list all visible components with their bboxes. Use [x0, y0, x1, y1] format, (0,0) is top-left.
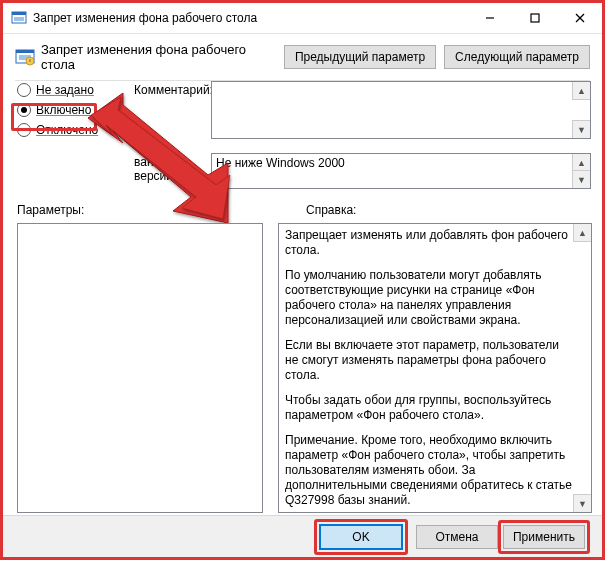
- previous-setting-button[interactable]: Предыдущий параметр: [284, 45, 436, 69]
- scroll-up-icon[interactable]: ▲: [573, 224, 591, 242]
- svg-rect-4: [531, 14, 539, 22]
- help-panel: Запрещает изменять или добавлять фон раб…: [278, 223, 592, 513]
- scroll-down-icon[interactable]: ▼: [572, 170, 590, 188]
- radio-disabled[interactable]: Отключено: [17, 123, 117, 137]
- cancel-button[interactable]: Отмена: [416, 525, 498, 549]
- scroll-up-icon[interactable]: ▲: [572, 82, 590, 100]
- window-controls: [467, 3, 602, 33]
- radio-label: Не задано: [36, 83, 94, 97]
- window-title: Запрет изменения фона рабочего стола: [33, 11, 467, 25]
- radio-icon: [17, 103, 31, 117]
- close-button[interactable]: [557, 3, 602, 33]
- maximize-button[interactable]: [512, 3, 557, 33]
- supported-on-label: вания к версии:: [134, 155, 209, 183]
- policy-icon: [15, 47, 35, 67]
- scroll-down-icon[interactable]: ▼: [573, 494, 591, 512]
- help-label: Справка:: [306, 203, 356, 217]
- next-setting-button[interactable]: Следующий параметр: [444, 45, 590, 69]
- header-row: Запрет изменения фона рабочего стола Пре…: [15, 42, 590, 72]
- annotation-highlight-ok: OK: [314, 519, 408, 555]
- title-bar: Запрет изменения фона рабочего стола: [3, 3, 602, 34]
- app-icon: [11, 10, 27, 26]
- parameters-panel: [17, 223, 263, 513]
- radio-not-configured[interactable]: Не задано: [17, 83, 117, 97]
- radio-icon: [17, 83, 31, 97]
- help-paragraph: По умолчанию пользователи могут добавлят…: [285, 268, 573, 328]
- radio-enabled[interactable]: Включено: [17, 103, 117, 117]
- ok-button[interactable]: OK: [319, 524, 403, 550]
- state-radios: Не задано Включено Отключено: [17, 83, 117, 143]
- svg-rect-1: [12, 12, 26, 15]
- supported-on-text: Не ниже Windows 2000 ▲ ▼: [211, 153, 591, 189]
- help-paragraph: Примечание. Кроме того, необходимо включ…: [285, 433, 573, 508]
- svg-rect-11: [29, 59, 31, 62]
- supported-on-value: Не ниже Windows 2000: [216, 156, 345, 170]
- radio-icon: [17, 123, 31, 137]
- svg-rect-2: [14, 17, 24, 21]
- radio-label: Отключено: [36, 123, 98, 137]
- policy-title: Запрет изменения фона рабочего стола: [41, 42, 276, 72]
- minimize-button[interactable]: [467, 3, 512, 33]
- help-paragraph: Запрещает изменять или добавлять фон раб…: [285, 228, 573, 258]
- svg-rect-8: [16, 50, 34, 53]
- button-bar: OK Отмена Применить: [3, 515, 602, 557]
- help-paragraph: Если вы включаете этот параметр, пользов…: [285, 338, 573, 383]
- parameters-label: Параметры:: [17, 203, 84, 217]
- apply-button[interactable]: Применить: [503, 525, 585, 549]
- dialog-window: Запрет изменения фона рабочего стола: [0, 0, 605, 560]
- comment-textarea[interactable]: ▲ ▼: [211, 81, 591, 139]
- help-paragraph: Чтобы задать обои для группы, воспользуй…: [285, 393, 573, 423]
- annotation-highlight-apply: Применить: [498, 520, 590, 554]
- comment-label: Комментарий:: [134, 83, 213, 97]
- scroll-down-icon[interactable]: ▼: [572, 120, 590, 138]
- radio-label: Включено: [36, 103, 91, 117]
